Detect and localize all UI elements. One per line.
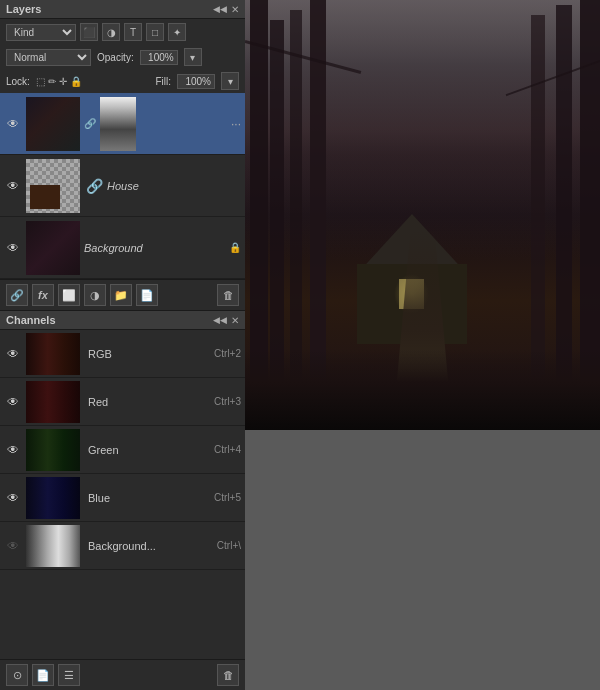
- lock-move-btn[interactable]: ✛: [59, 76, 67, 87]
- lock-label: Lock:: [6, 76, 30, 87]
- channel-menu-btn[interactable]: ☰: [58, 664, 80, 686]
- channel-blue-eye[interactable]: 👁: [4, 489, 22, 507]
- shape-filter-btn[interactable]: □: [146, 23, 164, 41]
- adjustment-filter-btn[interactable]: ◑: [102, 23, 120, 41]
- channel-rgb-shortcut: Ctrl+2: [214, 348, 241, 359]
- channel-red-eye[interactable]: 👁: [4, 393, 22, 411]
- layer-house-thumbnail: [26, 159, 80, 213]
- house-icon-in-thumb: [30, 185, 60, 209]
- channel-green-thumb: [26, 429, 80, 471]
- channels-panel: Channels ◀◀ ✕ 👁 RGB Ctrl+2 👁 Red Ctrl+3 …: [0, 311, 245, 690]
- fill-input[interactable]: [177, 74, 215, 89]
- canvas-area: [245, 0, 600, 690]
- layer-top-link: 🔗: [84, 118, 96, 129]
- channel-delete-btn[interactable]: 🗑: [217, 664, 239, 686]
- fill-arrow-btn[interactable]: ▾: [221, 72, 239, 90]
- layer-house-eye[interactable]: 👁: [4, 177, 22, 195]
- channels-title: Channels: [6, 314, 56, 326]
- channel-dotted-circle-btn[interactable]: ⊙: [6, 664, 28, 686]
- layers-list: 👁 🔗 ··· 👁 🔗 House 👁 Background: [0, 93, 245, 279]
- left-panel: Layers ◀◀ ✕ Kind ⬛ ◑ T □ ✦ Normal Opacit…: [0, 0, 245, 690]
- channel-red[interactable]: 👁 Red Ctrl+3: [0, 378, 245, 426]
- channel-background[interactable]: 👁 Background... Ctrl+\: [0, 522, 245, 570]
- layer-house-name: House: [107, 180, 241, 192]
- add-mask-btn[interactable]: ⬜: [58, 284, 80, 306]
- lock-all-btn[interactable]: 🔒: [70, 76, 82, 87]
- layers-collapse-icon[interactable]: ◀◀: [213, 4, 227, 14]
- pixel-filter-btn[interactable]: ⬛: [80, 23, 98, 41]
- smart-filter-btn[interactable]: ✦: [168, 23, 186, 41]
- layer-item-background[interactable]: 👁 Background 🔒: [0, 217, 245, 279]
- ground: [245, 350, 600, 430]
- channel-background-shortcut: Ctrl+\: [217, 540, 241, 551]
- channel-red-name: Red: [88, 396, 214, 408]
- canvas-image: [245, 0, 600, 430]
- channels-collapse-icon[interactable]: ◀◀: [213, 315, 227, 325]
- channel-blue-shortcut: Ctrl+5: [214, 492, 241, 503]
- layers-blend-row: Normal Opacity: ▾: [0, 45, 245, 69]
- opacity-input[interactable]: [140, 50, 178, 65]
- channel-blue-name: Blue: [88, 492, 214, 504]
- canvas-bottom-area: [245, 430, 600, 690]
- link-layers-btn[interactable]: 🔗: [6, 284, 28, 306]
- channel-rgb-name: RGB: [88, 348, 214, 360]
- layer-item-house[interactable]: 👁 🔗 House: [0, 155, 245, 217]
- channel-rgb[interactable]: 👁 RGB Ctrl+2: [0, 330, 245, 378]
- channel-background-thumb: [26, 525, 80, 567]
- channel-green-name: Green: [88, 444, 214, 456]
- channel-red-thumb: [26, 381, 80, 423]
- layers-toolbar: 🔗 fx ⬜ ◑ 📁 📄 🗑: [0, 279, 245, 310]
- kind-select[interactable]: Kind: [6, 24, 76, 41]
- layers-title: Layers: [6, 3, 41, 15]
- layer-background-lock-badge: 🔒: [229, 242, 241, 253]
- layer-top-eye[interactable]: 👁: [4, 115, 22, 133]
- layers-panel: Layers ◀◀ ✕ Kind ⬛ ◑ T □ ✦ Normal Opacit…: [0, 0, 245, 311]
- blend-mode-select[interactable]: Normal: [6, 49, 91, 66]
- channels-toolbar: ⊙ 📄 ☰ 🗑: [0, 659, 245, 690]
- layers-header: Layers ◀◀ ✕: [0, 0, 245, 19]
- channel-new-btn[interactable]: 📄: [32, 664, 54, 686]
- opacity-arrow-btn[interactable]: ▾: [184, 48, 202, 66]
- layer-top-thumbnail: [26, 97, 80, 151]
- layer-house-chain-badge: 🔗: [86, 178, 103, 194]
- new-group-btn[interactable]: 📁: [110, 284, 132, 306]
- channel-rgb-thumb: [26, 333, 80, 375]
- layer-top-more-btn[interactable]: ···: [231, 117, 241, 131]
- opacity-label: Opacity:: [97, 52, 134, 63]
- layer-background-name: Background: [84, 242, 227, 254]
- adjustment-btn[interactable]: ◑: [84, 284, 106, 306]
- channel-green[interactable]: 👁 Green Ctrl+4: [0, 426, 245, 474]
- channel-blue-thumb: [26, 477, 80, 519]
- channels-header-controls: ◀◀ ✕: [213, 315, 239, 326]
- fill-label: Fill:: [155, 76, 171, 87]
- new-layer-btn[interactable]: 📄: [136, 284, 158, 306]
- layers-kind-row: Kind ⬛ ◑ T □ ✦: [0, 19, 245, 45]
- layer-top-mask: [100, 97, 136, 151]
- layers-close-icon[interactable]: ✕: [231, 4, 239, 15]
- channels-header: Channels ◀◀ ✕: [0, 311, 245, 330]
- layer-background-thumbnail: [26, 221, 80, 275]
- layers-header-controls: ◀◀ ✕: [213, 4, 239, 15]
- lock-icons-group: ⬚ ✏ ✛ 🔒: [36, 76, 82, 87]
- channel-blue[interactable]: 👁 Blue Ctrl+5: [0, 474, 245, 522]
- channel-background-eye[interactable]: 👁: [4, 537, 22, 555]
- channel-green-eye[interactable]: 👁: [4, 441, 22, 459]
- channel-green-shortcut: Ctrl+4: [214, 444, 241, 455]
- channel-background-name: Background...: [88, 540, 217, 552]
- layer-item-top[interactable]: 👁 🔗 ···: [0, 93, 245, 155]
- lock-transparency-btn[interactable]: ⬚: [36, 76, 45, 87]
- channel-red-shortcut: Ctrl+3: [214, 396, 241, 407]
- layer-background-eye[interactable]: 👁: [4, 239, 22, 257]
- lock-paint-btn[interactable]: ✏: [48, 76, 56, 87]
- fx-btn[interactable]: fx: [32, 284, 54, 306]
- channels-close-icon[interactable]: ✕: [231, 315, 239, 326]
- delete-layer-btn[interactable]: 🗑: [217, 284, 239, 306]
- text-filter-btn[interactable]: T: [124, 23, 142, 41]
- channel-rgb-eye[interactable]: 👁: [4, 345, 22, 363]
- layers-lock-row: Lock: ⬚ ✏ ✛ 🔒 Fill: ▾: [0, 69, 245, 93]
